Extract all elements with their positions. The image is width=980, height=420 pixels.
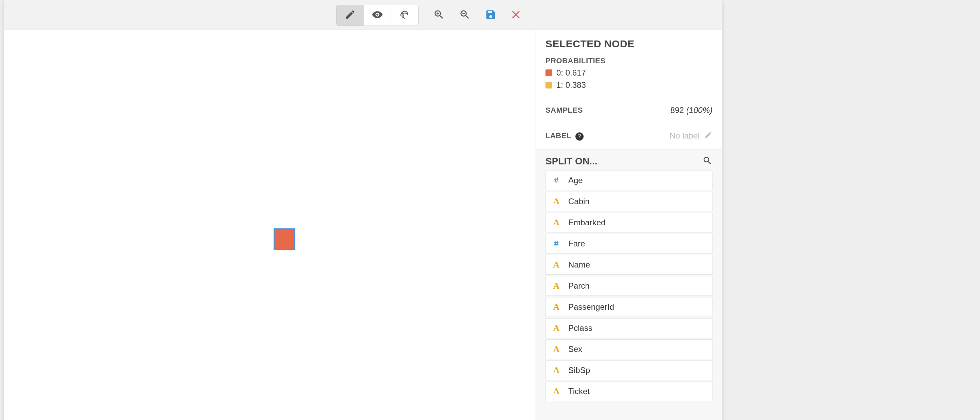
string-type-icon: A <box>552 281 561 291</box>
feature-item[interactable]: #Age <box>546 170 713 190</box>
feature-item[interactable]: #Fare <box>546 234 713 254</box>
sidebar: SELECTED NODE PROBABILITIES 0: 0.6171: 0… <box>536 30 722 420</box>
feature-item[interactable]: ASibSp <box>546 360 713 380</box>
feature-name: Name <box>568 260 590 270</box>
string-type-icon: A <box>552 344 561 354</box>
pencil-icon <box>344 9 356 22</box>
zoom-out-button[interactable] <box>454 5 476 25</box>
samples-label: SAMPLES <box>546 106 583 115</box>
app-window: SELECTED NODE PROBABILITIES 0: 0.6171: 0… <box>4 0 722 420</box>
edit-label-icon[interactable] <box>705 131 713 141</box>
feature-item[interactable]: APclass <box>546 318 713 338</box>
feature-name: SibSp <box>568 366 590 375</box>
help-icon[interactable]: ? <box>576 132 584 140</box>
feature-name: Ticket <box>568 387 590 396</box>
save-icon <box>485 9 496 22</box>
feature-name: Fare <box>568 239 585 248</box>
mode-button-group <box>336 5 418 26</box>
zoom-out-icon <box>459 9 471 22</box>
label-input[interactable]: No label <box>670 131 700 140</box>
edit-mode-button[interactable] <box>337 5 364 25</box>
feature-item[interactable]: AName <box>546 255 713 275</box>
samples-value: 892 (100%) <box>670 105 713 115</box>
feature-name: Sex <box>568 344 582 354</box>
feature-item[interactable]: AEmbarked <box>546 213 713 232</box>
eye-icon <box>372 9 383 22</box>
class-swatch <box>546 70 552 76</box>
feature-name: Cabin <box>568 197 590 206</box>
zoom-in-icon <box>433 9 445 22</box>
tree-node[interactable] <box>274 228 295 250</box>
view-mode-button[interactable] <box>364 5 391 25</box>
zoom-in-button[interactable] <box>428 5 450 25</box>
fingerprint-icon <box>399 9 410 22</box>
string-type-icon: A <box>552 196 561 207</box>
selected-node-panel: SELECTED NODE PROBABILITIES 0: 0.6171: 0… <box>536 30 722 149</box>
label-label: LABEL ? <box>546 131 584 140</box>
numeric-type-icon: # <box>552 239 561 249</box>
feature-list: #AgeACabinAEmbarked#FareANameAParchAPass… <box>546 170 713 401</box>
body: SELECTED NODE PROBABILITIES 0: 0.6171: 0… <box>4 30 722 420</box>
toolbar <box>4 0 722 30</box>
probability-row: 0: 0.617 <box>546 68 713 78</box>
tree-canvas[interactable] <box>4 30 536 420</box>
class-swatch <box>546 82 552 89</box>
feature-item[interactable]: APassengerId <box>546 297 713 317</box>
close-button[interactable] <box>506 5 527 25</box>
feature-item[interactable]: ACabin <box>546 192 713 212</box>
feature-name: Parch <box>568 281 590 291</box>
probability-text: 0: 0.617 <box>556 68 586 78</box>
save-button[interactable] <box>480 5 501 25</box>
feature-name: Pclass <box>568 323 592 333</box>
string-type-icon: A <box>552 218 561 228</box>
string-type-icon: A <box>552 302 561 312</box>
numeric-type-icon: # <box>552 175 561 186</box>
feature-name: PassengerId <box>568 302 614 312</box>
string-type-icon: A <box>552 323 561 333</box>
probability-text: 1: 0.383 <box>556 80 586 90</box>
string-type-icon: A <box>552 260 561 270</box>
probability-row: 1: 0.383 <box>546 80 713 90</box>
feature-item[interactable]: AParch <box>546 276 713 296</box>
split-title: SPLIT ON... <box>546 156 597 167</box>
close-icon <box>511 9 522 22</box>
string-type-icon: A <box>552 365 561 375</box>
panel-title: SELECTED NODE <box>546 38 713 50</box>
feature-item[interactable]: ASex <box>546 339 713 359</box>
feature-item[interactable]: ATicket <box>546 382 713 401</box>
feature-name: Embarked <box>568 218 605 228</box>
string-type-icon: A <box>552 386 561 396</box>
probabilities-label: PROBABILITIES <box>546 57 713 65</box>
search-icon[interactable] <box>702 156 713 167</box>
feature-name: Age <box>568 176 583 185</box>
auto-layout-button[interactable] <box>391 5 418 25</box>
split-panel: SPLIT ON... #AgeACabinAEmbarked#FareANam… <box>536 149 722 420</box>
